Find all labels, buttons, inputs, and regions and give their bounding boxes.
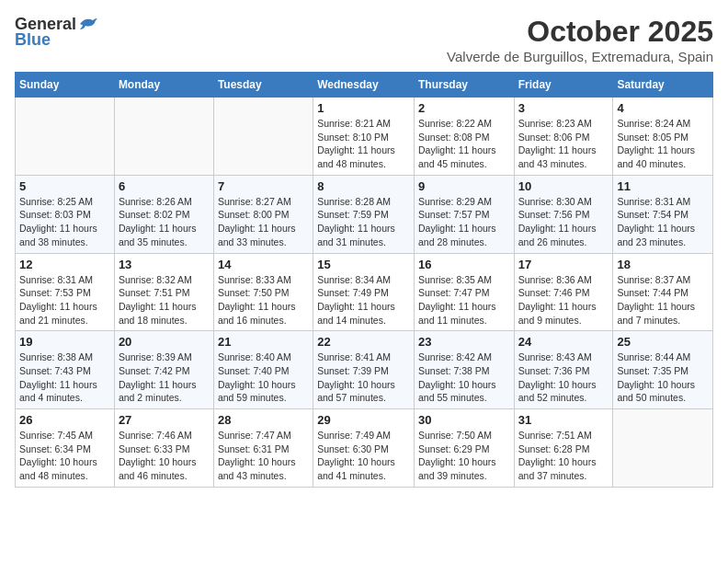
weekday-header-row: SundayMondayTuesdayWednesdayThursdayFrid… <box>16 73 713 98</box>
month-title: October 2025 <box>447 15 713 49</box>
day-number: 17 <box>518 258 609 271</box>
day-number: 20 <box>119 335 210 349</box>
day-info: Sunrise: 8:35 AM Sunset: 7:47 PM Dayligh… <box>418 273 510 327</box>
day-info: Sunrise: 8:30 AM Sunset: 7:56 PM Dayligh… <box>518 195 609 249</box>
day-info: Sunrise: 8:22 AM Sunset: 8:08 PM Dayligh… <box>418 117 510 171</box>
day-info: Sunrise: 8:32 AM Sunset: 7:51 PM Dayligh… <box>119 273 210 327</box>
calendar-day-17: 17Sunrise: 8:36 AM Sunset: 7:46 PM Dayli… <box>514 253 613 331</box>
day-info: Sunrise: 8:24 AM Sunset: 8:05 PM Dayligh… <box>617 117 709 171</box>
day-number: 22 <box>317 335 410 349</box>
day-info: Sunrise: 7:50 AM Sunset: 6:29 PM Dayligh… <box>418 429 510 483</box>
calendar-day-10: 10Sunrise: 8:30 AM Sunset: 7:56 PM Dayli… <box>514 175 613 253</box>
logo-blue-text: Blue <box>15 30 51 50</box>
header: General Blue October 2025 Valverde de Bu… <box>15 15 713 64</box>
day-number: 9 <box>418 179 510 193</box>
day-number: 8 <box>317 179 410 193</box>
day-number: 24 <box>518 335 609 349</box>
calendar-day-31: 31Sunrise: 7:51 AM Sunset: 6:28 PM Dayli… <box>514 409 613 488</box>
title-area: October 2025 Valverde de Burguillos, Ext… <box>447 15 713 64</box>
day-info: Sunrise: 8:42 AM Sunset: 7:38 PM Dayligh… <box>418 350 510 405</box>
calendar-day-9: 9Sunrise: 8:29 AM Sunset: 7:57 PM Daylig… <box>414 175 514 253</box>
weekday-header-tuesday: Tuesday <box>213 73 313 98</box>
calendar-day-6: 6Sunrise: 8:26 AM Sunset: 8:02 PM Daylig… <box>114 175 213 253</box>
empty-cell <box>114 98 213 176</box>
day-number: 6 <box>119 179 210 193</box>
day-number: 31 <box>518 413 609 427</box>
calendar-day-14: 14Sunrise: 8:33 AM Sunset: 7:50 PM Dayli… <box>213 253 313 331</box>
day-info: Sunrise: 7:46 AM Sunset: 6:33 PM Dayligh… <box>119 429 210 483</box>
location-title: Valverde de Burguillos, Extremadura, Spa… <box>447 49 713 64</box>
day-info: Sunrise: 8:44 AM Sunset: 7:35 PM Dayligh… <box>617 350 709 405</box>
day-info: Sunrise: 7:45 AM Sunset: 6:34 PM Dayligh… <box>19 429 110 483</box>
empty-cell <box>613 409 713 488</box>
calendar-day-13: 13Sunrise: 8:32 AM Sunset: 7:51 PM Dayli… <box>114 253 213 331</box>
day-info: Sunrise: 7:47 AM Sunset: 6:31 PM Dayligh… <box>218 429 309 483</box>
empty-cell <box>16 98 115 176</box>
day-info: Sunrise: 8:39 AM Sunset: 7:42 PM Dayligh… <box>119 350 210 405</box>
day-info: Sunrise: 7:49 AM Sunset: 6:30 PM Dayligh… <box>317 429 410 483</box>
day-number: 1 <box>317 101 410 115</box>
weekday-header-thursday: Thursday <box>414 73 514 98</box>
day-number: 25 <box>617 335 709 349</box>
calendar-day-5: 5Sunrise: 8:25 AM Sunset: 8:03 PM Daylig… <box>16 175 115 253</box>
day-info: Sunrise: 8:28 AM Sunset: 7:59 PM Dayligh… <box>317 195 410 249</box>
day-number: 4 <box>617 101 709 115</box>
day-info: Sunrise: 8:31 AM Sunset: 7:53 PM Dayligh… <box>19 273 110 327</box>
day-info: Sunrise: 7:51 AM Sunset: 6:28 PM Dayligh… <box>518 429 609 483</box>
calendar-day-24: 24Sunrise: 8:43 AM Sunset: 7:36 PM Dayli… <box>514 331 613 409</box>
day-number: 11 <box>617 179 709 193</box>
weekday-header-monday: Monday <box>114 73 213 98</box>
day-number: 16 <box>418 258 510 271</box>
calendar-day-26: 26Sunrise: 7:45 AM Sunset: 6:34 PM Dayli… <box>16 409 115 488</box>
calendar-day-23: 23Sunrise: 8:42 AM Sunset: 7:38 PM Dayli… <box>414 331 514 409</box>
calendar-day-1: 1Sunrise: 8:21 AM Sunset: 8:10 PM Daylig… <box>313 98 415 176</box>
calendar-day-12: 12Sunrise: 8:31 AM Sunset: 7:53 PM Dayli… <box>16 253 115 331</box>
day-number: 18 <box>617 258 709 271</box>
calendar-day-3: 3Sunrise: 8:23 AM Sunset: 8:06 PM Daylig… <box>514 98 613 176</box>
day-number: 28 <box>218 413 309 427</box>
day-number: 3 <box>518 101 609 115</box>
day-info: Sunrise: 8:34 AM Sunset: 7:49 PM Dayligh… <box>317 273 410 327</box>
day-info: Sunrise: 8:36 AM Sunset: 7:46 PM Dayligh… <box>518 273 609 327</box>
calendar-day-28: 28Sunrise: 7:47 AM Sunset: 6:31 PM Dayli… <box>213 409 313 488</box>
calendar-day-25: 25Sunrise: 8:44 AM Sunset: 7:35 PM Dayli… <box>613 331 713 409</box>
day-info: Sunrise: 8:21 AM Sunset: 8:10 PM Dayligh… <box>317 117 410 171</box>
day-info: Sunrise: 8:27 AM Sunset: 8:00 PM Dayligh… <box>218 195 309 249</box>
calendar-day-19: 19Sunrise: 8:38 AM Sunset: 7:43 PM Dayli… <box>16 331 115 409</box>
day-info: Sunrise: 8:23 AM Sunset: 8:06 PM Dayligh… <box>518 117 609 171</box>
calendar-week-3: 12Sunrise: 8:31 AM Sunset: 7:53 PM Dayli… <box>16 253 713 331</box>
weekday-header-saturday: Saturday <box>613 73 713 98</box>
day-number: 19 <box>19 335 110 349</box>
day-number: 14 <box>218 258 309 271</box>
day-info: Sunrise: 8:37 AM Sunset: 7:44 PM Dayligh… <box>617 273 709 327</box>
day-number: 21 <box>218 335 309 349</box>
calendar-week-1: 1Sunrise: 8:21 AM Sunset: 8:10 PM Daylig… <box>16 98 713 176</box>
logo-bird-icon <box>78 17 98 33</box>
calendar-day-27: 27Sunrise: 7:46 AM Sunset: 6:33 PM Dayli… <box>114 409 213 488</box>
empty-cell <box>213 98 313 176</box>
day-info: Sunrise: 8:29 AM Sunset: 7:57 PM Dayligh… <box>418 195 510 249</box>
calendar-week-4: 19Sunrise: 8:38 AM Sunset: 7:43 PM Dayli… <box>16 331 713 409</box>
calendar-day-4: 4Sunrise: 8:24 AM Sunset: 8:05 PM Daylig… <box>613 98 713 176</box>
day-number: 12 <box>19 258 110 271</box>
day-info: Sunrise: 8:43 AM Sunset: 7:36 PM Dayligh… <box>518 350 609 405</box>
day-info: Sunrise: 8:26 AM Sunset: 8:02 PM Dayligh… <box>119 195 210 249</box>
calendar-day-21: 21Sunrise: 8:40 AM Sunset: 7:40 PM Dayli… <box>213 331 313 409</box>
weekday-header-wednesday: Wednesday <box>313 73 415 98</box>
calendar-table: SundayMondayTuesdayWednesdayThursdayFrid… <box>15 72 713 488</box>
day-info: Sunrise: 8:38 AM Sunset: 7:43 PM Dayligh… <box>19 350 110 405</box>
day-number: 30 <box>418 413 510 427</box>
calendar-week-2: 5Sunrise: 8:25 AM Sunset: 8:03 PM Daylig… <box>16 175 713 253</box>
day-number: 23 <box>418 335 510 349</box>
day-number: 15 <box>317 258 410 271</box>
calendar-week-5: 26Sunrise: 7:45 AM Sunset: 6:34 PM Dayli… <box>16 409 713 488</box>
day-number: 5 <box>19 179 110 193</box>
calendar-day-11: 11Sunrise: 8:31 AM Sunset: 7:54 PM Dayli… <box>613 175 713 253</box>
day-number: 29 <box>317 413 410 427</box>
calendar-day-2: 2Sunrise: 8:22 AM Sunset: 8:08 PM Daylig… <box>414 98 514 176</box>
calendar-day-16: 16Sunrise: 8:35 AM Sunset: 7:47 PM Dayli… <box>414 253 514 331</box>
day-number: 2 <box>418 101 510 115</box>
calendar-day-18: 18Sunrise: 8:37 AM Sunset: 7:44 PM Dayli… <box>613 253 713 331</box>
calendar-day-15: 15Sunrise: 8:34 AM Sunset: 7:49 PM Dayli… <box>313 253 415 331</box>
day-info: Sunrise: 8:33 AM Sunset: 7:50 PM Dayligh… <box>218 273 309 327</box>
